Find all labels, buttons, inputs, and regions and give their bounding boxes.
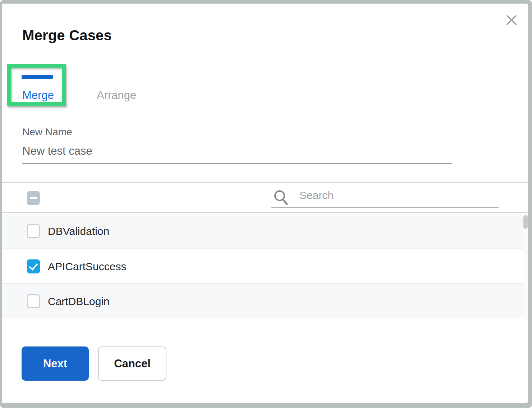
search-underline	[271, 207, 499, 208]
case-name: DBValidation	[48, 225, 109, 237]
scrollbar-thumb[interactable]	[523, 215, 528, 229]
close-button[interactable]	[504, 12, 519, 28]
case-list: DBValidation APICartSuccess CartDBLogin	[2, 214, 523, 318]
case-name: CartDBLogin	[48, 295, 110, 308]
search-input[interactable]	[299, 189, 450, 201]
select-all-checkbox[interactable]	[27, 191, 40, 205]
new-name-field[interactable]	[22, 145, 452, 158]
tab-merge[interactable]: Merge	[22, 89, 54, 102]
case-name: APICartSuccess	[48, 260, 126, 273]
list-toolbar	[2, 182, 528, 213]
list-item[interactable]: CartDBLogin	[2, 284, 523, 318]
case-checkbox[interactable]	[27, 259, 40, 273]
merge-cases-dialog: Merge Cases Merge Arrange New Name DBVal…	[2, 4, 528, 403]
new-name-underline	[22, 163, 452, 164]
list-item[interactable]: DBValidation	[2, 214, 523, 249]
close-icon	[504, 13, 519, 27]
tab-arrange[interactable]: Arrange	[97, 89, 136, 102]
case-checkbox[interactable]	[27, 224, 40, 238]
case-checkbox[interactable]	[27, 294, 40, 308]
next-button[interactable]: Next	[22, 346, 89, 381]
new-name-label: New Name	[22, 126, 72, 138]
page-title: Merge Cases	[22, 27, 112, 44]
search-icon	[272, 188, 290, 207]
cancel-button[interactable]: Cancel	[98, 346, 166, 381]
screenshot-frame: Merge Cases Merge Arrange New Name DBVal…	[0, 0, 532, 408]
active-tab-indicator	[22, 75, 53, 79]
scrollbar-track[interactable]	[523, 214, 528, 320]
list-item[interactable]: APICartSuccess	[2, 249, 523, 284]
